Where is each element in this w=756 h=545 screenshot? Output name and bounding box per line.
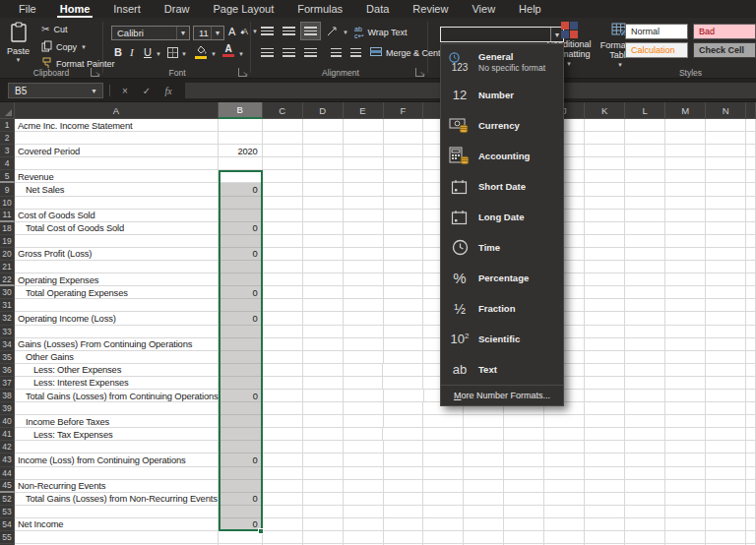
- cell-N32[interactable]: [706, 312, 746, 325]
- cell-M32[interactable]: [665, 312, 706, 325]
- cell-N31[interactable]: [706, 299, 746, 312]
- cell-K2[interactable]: [585, 132, 625, 145]
- cell-N45[interactable]: [706, 480, 746, 493]
- cell-E55[interactable]: [344, 531, 384, 544]
- cell-N41[interactable]: [706, 428, 746, 441]
- bold-button[interactable]: B: [114, 46, 122, 58]
- cell-N21[interactable]: [706, 261, 746, 273]
- cell-L44[interactable]: [625, 467, 665, 480]
- cell-K4[interactable]: [585, 157, 625, 170]
- align-left-button[interactable]: [258, 44, 277, 61]
- row-header-45[interactable]: 45: [0, 480, 15, 493]
- cell-D32[interactable]: [303, 312, 344, 325]
- cell-F39[interactable]: [384, 402, 424, 415]
- cell-C34[interactable]: [263, 338, 303, 351]
- cell-D4[interactable]: [303, 157, 344, 170]
- cell-E35[interactable]: [344, 351, 384, 364]
- cell-N34[interactable]: [706, 338, 746, 351]
- cell-K41[interactable]: [585, 428, 625, 441]
- style-chip-calculation[interactable]: Calculation: [625, 42, 688, 58]
- row-header-5[interactable]: 5: [0, 170, 15, 183]
- cell-N52[interactable]: [706, 493, 746, 506]
- cell-C4[interactable]: [263, 157, 303, 170]
- cell-C31[interactable]: [263, 299, 303, 312]
- cell-A35[interactable]: Other Gains: [15, 351, 219, 364]
- row-header-4[interactable]: 4: [0, 157, 15, 170]
- cell-L31[interactable]: [625, 299, 665, 312]
- cell-M52[interactable]: [665, 493, 706, 506]
- top-align-button[interactable]: [258, 23, 277, 39]
- row-header-39[interactable]: 39: [0, 402, 15, 415]
- row-header-2[interactable]: 2: [0, 132, 15, 145]
- cell-K19[interactable]: [585, 235, 625, 248]
- cell-M11[interactable]: [665, 210, 706, 222]
- cell-A33[interactable]: [15, 326, 219, 338]
- row-header-19[interactable]: 19: [0, 235, 15, 248]
- cell-F19[interactable]: [384, 235, 424, 248]
- cell-F41[interactable]: [383, 428, 423, 441]
- cell-A38[interactable]: Total Gains (Losses) from Continuing Ope…: [15, 390, 219, 402]
- row-header-30[interactable]: 30: [0, 286, 15, 299]
- cell-N20[interactable]: [706, 248, 746, 261]
- fill-color-button[interactable]: [195, 45, 207, 59]
- cell-I52[interactable]: [504, 493, 544, 506]
- bottom-align-button[interactable]: [301, 23, 320, 39]
- cell-A43[interactable]: Income (Loss) from Continuing Operations: [15, 454, 219, 466]
- column-header-m[interactable]: M: [665, 102, 706, 119]
- cell-A5[interactable]: Revenue: [15, 170, 219, 183]
- cell-L32[interactable]: [625, 312, 665, 325]
- cell-K1[interactable]: [585, 119, 625, 132]
- cell-N40[interactable]: [706, 415, 746, 428]
- cell-M45[interactable]: [665, 480, 706, 493]
- row-header-36[interactable]: 36: [0, 364, 15, 377]
- column-header-e[interactable]: E: [344, 102, 384, 119]
- cell-G45[interactable]: [423, 480, 464, 493]
- borders-button[interactable]: [167, 47, 178, 58]
- cell-D41[interactable]: [303, 428, 344, 441]
- style-chip-bad[interactable]: Bad: [693, 24, 756, 39]
- cell-A34[interactable]: Gains (Losses) From Continuing Operation…: [15, 338, 219, 351]
- cell-C21[interactable]: [263, 261, 303, 273]
- cell-C2[interactable]: [263, 132, 303, 145]
- cell-D30[interactable]: [303, 286, 344, 299]
- tab-formulas[interactable]: Formulas: [286, 0, 353, 18]
- menu-item-scientific[interactable]: 102Scientific: [441, 324, 563, 354]
- cell-E34[interactable]: [344, 338, 384, 351]
- clipboard-dialog-launcher[interactable]: [91, 68, 99, 77]
- cell-I45[interactable]: [504, 480, 544, 493]
- cell-L5[interactable]: [625, 170, 665, 183]
- font-dialog-launcher[interactable]: [238, 68, 247, 77]
- orientation-button[interactable]: ▼: [327, 26, 348, 38]
- cell-B36[interactable]: [219, 364, 263, 377]
- cell-A2[interactable]: [15, 132, 219, 145]
- cell-A39[interactable]: [15, 402, 219, 415]
- cell-E9[interactable]: [344, 183, 384, 196]
- cell-L21[interactable]: [625, 261, 665, 273]
- cell-L11[interactable]: [625, 210, 665, 222]
- cell-J54[interactable]: [544, 518, 585, 531]
- cell-M2[interactable]: [665, 132, 706, 145]
- cell-E10[interactable]: [344, 197, 384, 210]
- row-header-38[interactable]: 38: [0, 390, 15, 402]
- cell-K35[interactable]: [585, 351, 625, 364]
- row-header-9[interactable]: 9: [0, 183, 15, 196]
- cell-L33[interactable]: [625, 326, 665, 338]
- cell-N4[interactable]: [706, 157, 746, 170]
- cell-L18[interactable]: [625, 222, 665, 235]
- cell-K40[interactable]: [585, 415, 625, 428]
- cell-I43[interactable]: [504, 454, 544, 466]
- column-header-n[interactable]: N: [706, 102, 746, 119]
- cell-A40[interactable]: Income Before Taxes: [15, 415, 219, 428]
- cell-J42[interactable]: [544, 441, 585, 454]
- cell-K53[interactable]: [585, 506, 625, 518]
- column-header-b[interactable]: B: [219, 102, 263, 119]
- cell-L54[interactable]: [625, 518, 665, 531]
- cell-J52[interactable]: [544, 493, 585, 506]
- middle-align-button[interactable]: [280, 23, 298, 39]
- cell-K54[interactable]: [585, 518, 625, 531]
- row-header-33[interactable]: 33: [0, 326, 15, 338]
- cell-H43[interactable]: [464, 454, 504, 466]
- cell-A4[interactable]: [15, 157, 219, 170]
- cell-G40[interactable]: [423, 415, 464, 428]
- row-header-43[interactable]: 43: [0, 454, 15, 466]
